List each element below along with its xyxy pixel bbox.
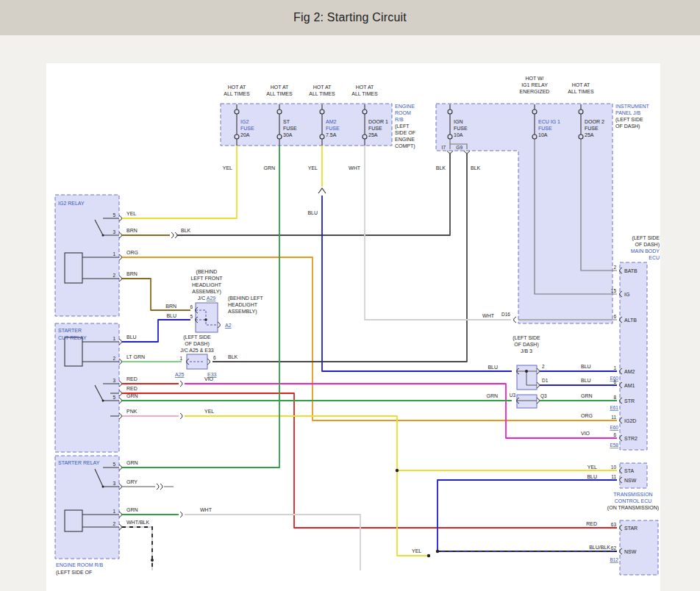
- wire-label: BLU: [587, 474, 597, 479]
- ig2-relay-title[interactable]: IG2 RELAY: [58, 201, 85, 206]
- connector-link-e61[interactable]: E61: [610, 405, 618, 410]
- fuse-kind: FUSE: [454, 126, 468, 131]
- pin-number: 6: [190, 304, 193, 309]
- wire-label: RED: [126, 386, 138, 391]
- wire-label: BRN: [126, 271, 138, 276]
- jc-a29-box: [196, 303, 218, 332]
- svg-text:(LEFT SIDE: (LEFT SIDE: [512, 335, 540, 341]
- connector-link-e60b[interactable]: E60: [610, 425, 618, 430]
- connector-link-e33[interactable]: E33: [207, 372, 217, 377]
- instrument-panel-jb-title[interactable]: INSTRUMENT: [615, 104, 650, 109]
- wire-label: WHT: [200, 507, 213, 512]
- ecu-pin-batb: BATB: [624, 268, 638, 273]
- fuse-name-link[interactable]: ECU IG 1: [538, 119, 560, 124]
- wire-label: RED: [586, 521, 597, 526]
- jc-a25-name: J/C A25 & E33: [180, 348, 214, 353]
- svg-text:ECU[interactable]: ECU: [649, 255, 660, 260]
- fuse-kind: FUSE: [585, 126, 599, 131]
- pin-number: 2: [113, 356, 115, 361]
- wire-label: YEL: [204, 409, 214, 414]
- pin-number: 2: [113, 521, 115, 526]
- svg-text:R/B[interactable]: R/B: [395, 117, 404, 122]
- wire-label: ORG: [581, 413, 593, 418]
- wire-label: GRN: [126, 507, 138, 512]
- fuse-amps: 10A: [454, 132, 463, 137]
- pin-number: 3: [113, 378, 115, 383]
- fuse-name-link[interactable]: IG2: [240, 119, 249, 124]
- svg-text:(LEFT SIDE: (LEFT SIDE: [615, 117, 643, 123]
- svg-text:ROOM[interactable]: ROOM: [395, 110, 411, 115]
- jc-a29-name: J/C A29: [198, 296, 216, 301]
- wire-label: BLU/BLK: [589, 545, 610, 550]
- connector-link-b12[interactable]: B12: [610, 557, 618, 562]
- fuse-kind[interactable]: FUSE: [538, 126, 552, 131]
- wire-label: WHT: [482, 313, 495, 318]
- ecu-pin-str: STR: [624, 398, 635, 404]
- pin-number: 6: [213, 355, 216, 360]
- pin-number: 10: [611, 465, 617, 470]
- wiring-diagram: HOT AT ALL TIMES HOT AT ALL TIMES HOT AT…: [0, 35, 700, 591]
- wire-label: WHT/BLK: [126, 520, 149, 525]
- hot-label: ALL TIMES: [309, 91, 335, 96]
- svg-text:(BEHIND: (BEHIND: [196, 269, 218, 275]
- connector-link-e58[interactable]: E58: [610, 443, 618, 448]
- svg-text:(ON TRANSMISSION): (ON TRANSMISSION): [607, 505, 659, 511]
- pin-number: 6: [613, 432, 616, 437]
- wire-label: BLU: [488, 365, 498, 370]
- wire-label: YEL: [588, 465, 597, 470]
- starter-relay-title[interactable]: STARTER RELAY: [58, 460, 100, 465]
- hot-label: ALL TIMES: [224, 91, 250, 96]
- wire-label: YEL: [412, 548, 421, 554]
- svg-text:MAIN BODY[interactable]: MAIN BODY: [631, 248, 660, 254]
- fuse-name-link[interactable]: AM2: [326, 119, 337, 124]
- wire-label: GRN: [263, 165, 275, 171]
- svg-text:OF DASH): OF DASH): [635, 242, 660, 248]
- pin-number: 1: [113, 336, 115, 341]
- transmission-ecu-title[interactable]: TRANSMISSION: [613, 492, 652, 497]
- pin-number: U3: [510, 393, 516, 398]
- wire-label: PNK: [126, 409, 138, 414]
- fuse-amps: 7.5A: [326, 132, 337, 137]
- hot-label: IG1 RELAY: [521, 82, 548, 87]
- svg-text:LEFT FRONT: LEFT FRONT: [190, 276, 223, 281]
- connector-link-a25[interactable]: A25: [175, 372, 185, 377]
- pin-label-d16: D16: [501, 312, 510, 317]
- svg-text:ASSEMBLY): ASSEMBLY): [228, 309, 257, 315]
- pin-number: 1: [613, 365, 616, 370]
- svg-text:ENGINE: ENGINE: [395, 137, 415, 142]
- fuse-kind[interactable]: FUSE: [240, 126, 254, 131]
- svg-text:PANEL J/B[interactable]: PANEL J/B: [615, 110, 641, 115]
- pin-number: Q3: [540, 393, 547, 399]
- svg-text:CONTROL ECU[interactable]: CONTROL ECU: [615, 498, 652, 504]
- fuse-name: DOOR 2: [585, 119, 604, 124]
- ecu-pin-ig: IG: [624, 292, 629, 297]
- svg-text:HEADLIGHT: HEADLIGHT: [228, 302, 258, 307]
- svg-text:SIDE OF: SIDE OF: [395, 130, 415, 135]
- pin-number: 15: [611, 288, 617, 293]
- fuse-name: ST: [283, 119, 290, 124]
- svg-text:OF DASH): OF DASH): [514, 342, 538, 348]
- pin-number: 3: [113, 481, 115, 486]
- fuse-kind[interactable]: FUSE: [326, 126, 340, 131]
- svg-text:HEADLIGHT: HEADLIGHT: [192, 282, 222, 287]
- wire-label: GRN: [581, 393, 593, 398]
- connector-link-a2[interactable]: A2: [225, 323, 232, 328]
- svg-text:(BEHIND LEFT: (BEHIND LEFT: [228, 296, 264, 301]
- hot-label: HOT AT: [228, 85, 246, 90]
- hot-label: ALL TIMES: [351, 91, 378, 96]
- hot-label: HOT AT: [313, 85, 332, 90]
- engine-room-rb-title[interactable]: ENGINE: [395, 104, 415, 109]
- hot-label: ENERGIZED: [520, 89, 550, 94]
- starter-cut-relay-title[interactable]: STARTER: [58, 328, 82, 333]
- pin-number: 6: [613, 314, 616, 319]
- wire-label: BLU: [581, 378, 591, 383]
- pin-number: 2: [613, 265, 616, 270]
- wire-label: BLU: [166, 313, 176, 318]
- hot-label: HOT W/: [525, 76, 543, 81]
- svg-text:CUT RELAY[interactable]: CUT RELAY: [58, 335, 87, 340]
- engine-room-rb-bottom-title[interactable]: ENGINE ROOM R/B: [56, 562, 104, 567]
- wire-label: BLK: [436, 165, 446, 171]
- wire-label: GRN: [126, 393, 138, 398]
- hot-label: HOT AT: [572, 82, 590, 87]
- svg-text:OF DASH): OF DASH): [615, 123, 640, 129]
